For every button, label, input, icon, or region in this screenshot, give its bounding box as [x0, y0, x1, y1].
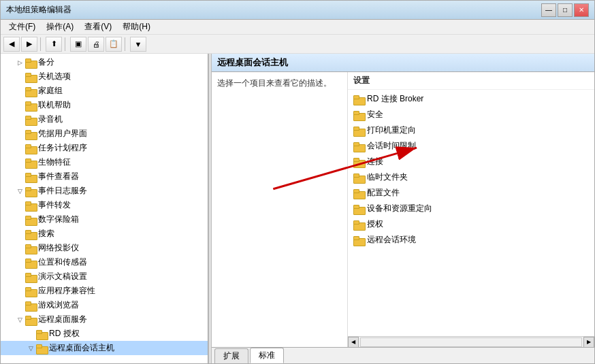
horizontal-scrollbar[interactable]: ◀ ▶ — [348, 336, 594, 347]
tree-item-rdservices[interactable]: ▽ 远程桌面服务 — [1, 312, 208, 327]
folder-icon-configfile — [353, 188, 364, 198]
settings-label-tempfolder: 临时文件夹 — [367, 171, 408, 183]
tree-label-eventviewer: 事件查看器 — [38, 171, 79, 182]
expander-backup[interactable]: ▷ — [14, 57, 25, 68]
folder-icon-onlinehelp — [25, 101, 36, 110]
settings-item-connection[interactable]: 连接 — [348, 154, 594, 169]
print-button[interactable]: 🖨 — [88, 37, 104, 52]
scroll-left-button[interactable]: ◀ — [348, 337, 359, 348]
minimize-button[interactable]: — — [541, 3, 556, 17]
right-panel: 远程桌面会话主机 选择一个项目来查看它的描述。 设置 RD 连接 Broker — [212, 54, 594, 363]
tree-item-eventlogsvc[interactable]: ▽ 事件日志服务 — [1, 184, 208, 198]
expander-credentials — [14, 129, 25, 139]
tree-item-digitalsafe[interactable]: 数字保险箱 — [1, 212, 208, 227]
tree-label-rdservices: 远程桌面服务 — [38, 314, 87, 325]
settings-item-sessionlimit[interactable]: 会话时间限制 — [348, 138, 594, 154]
folder-icon-licensing — [353, 220, 364, 229]
folder-icon-rdbroker — [353, 95, 364, 104]
tree-item-locationsensors[interactable]: 位置和传感器 — [1, 255, 208, 269]
tab-extended[interactable]: 扩展 — [214, 348, 248, 363]
settings-label-deviceredir: 设备和资源重定向 — [367, 203, 432, 214]
folder-icon-gamebrowser — [25, 301, 36, 310]
tree-item-presentation[interactable]: 演示文稿设置 — [1, 269, 208, 284]
title-bar-buttons: — □ ✕ — [541, 3, 589, 17]
settings-item-rdbroker[interactable]: RD 连接 Broker — [348, 91, 594, 107]
menu-file[interactable]: 文件(F) — [3, 20, 41, 34]
toolbar: ◀ ▶ ⬆ ▣ 🖨 📋 ▼ — [1, 35, 594, 54]
tree-label-eventtransfer: 事件转发 — [38, 199, 71, 211]
tree-item-appcompat[interactable]: 应用程序兼容性 — [1, 284, 208, 298]
tree-item-biometrics[interactable]: 生物特征 — [1, 155, 208, 169]
expander-eventlogsvc[interactable]: ▽ — [14, 186, 25, 197]
tree-label-recorder: 录音机 — [38, 114, 63, 125]
scrollbar-track[interactable] — [360, 337, 582, 347]
folder-icon-biometrics — [25, 158, 36, 167]
tree-item-backup[interactable]: ▷ 备分 — [1, 55, 208, 69]
folder-icon-homegroup — [25, 86, 36, 96]
expander-rdservices[interactable]: ▽ — [14, 314, 25, 325]
forward-button[interactable]: ▶ — [21, 37, 37, 52]
settings-label-sessionlimit: 会话时间限制 — [367, 140, 416, 152]
tree-label-onlinehelp: 联机帮助 — [38, 99, 71, 111]
expander-homegroup — [14, 86, 25, 97]
tree-item-gamebrowser[interactable]: 游戏浏览器 — [1, 298, 208, 312]
folder-icon-sessionlimit — [353, 142, 364, 151]
expander-presentation — [14, 271, 25, 282]
menu-action[interactable]: 操作(A) — [41, 20, 79, 34]
filter-button[interactable]: ▼ — [130, 37, 146, 52]
settings-item-deviceredir[interactable]: 设备和资源重定向 — [348, 201, 594, 216]
folder-icon-deviceredir — [353, 204, 364, 214]
toolbar-sep-3 — [125, 37, 127, 51]
expander-rdsessionhost[interactable]: ▽ — [25, 343, 36, 354]
expander-eventtransfer — [14, 200, 25, 211]
menu-help[interactable]: 帮助(H) — [117, 20, 156, 34]
tree-item-rdsessionhost[interactable]: ▽ 远程桌面会话主机 — [1, 341, 208, 355]
tree-item-networkprojector[interactable]: 网络投影仪 — [1, 241, 208, 255]
folder-icon-eventlogsvc — [25, 186, 36, 196]
tree-item-rdauth[interactable]: RD 授权 — [1, 327, 208, 341]
tree-label-gamebrowser: 游戏浏览器 — [38, 299, 79, 311]
expander-biometrics — [14, 157, 25, 168]
folder-icon-credentials — [25, 129, 36, 139]
scroll-right-button[interactable]: ▶ — [583, 337, 594, 348]
folder-icon-search — [25, 229, 36, 239]
menu-view[interactable]: 查看(V) — [79, 20, 117, 34]
expander-search — [14, 229, 25, 239]
settings-label-configfile: 配置文件 — [367, 187, 400, 199]
folder-icon-locationsensors — [25, 258, 36, 267]
tree-label-networkprojector: 网络投影仪 — [38, 242, 79, 254]
tab-standard[interactable]: 标准 — [250, 348, 284, 363]
tree-item-onlinehelp[interactable]: 联机帮助 — [1, 98, 208, 112]
back-button[interactable]: ◀ — [3, 37, 20, 52]
settings-item-printerredir[interactable]: 打印机重定向 — [348, 122, 594, 138]
settings-item-tempfolder[interactable]: 临时文件夹 — [348, 169, 594, 185]
settings-item-configfile[interactable]: 配置文件 — [348, 185, 594, 201]
tree-item-recorder[interactable]: 录音机 — [1, 112, 208, 127]
folder-icon-eventviewer — [25, 172, 36, 182]
description-area: 选择一个项目来查看它的描述。 — [212, 72, 348, 347]
close-button[interactable]: ✕ — [574, 3, 589, 17]
folder-icon-eventtransfer — [25, 201, 36, 210]
show-hide-button[interactable]: ▣ — [70, 37, 86, 52]
up-button[interactable]: ⬆ — [46, 37, 62, 52]
maximize-button[interactable]: □ — [558, 3, 573, 17]
folder-icon-shutdown — [25, 72, 36, 82]
tree-item-eventtransfer[interactable]: 事件转发 — [1, 198, 208, 212]
folder-icon-presentation — [25, 272, 36, 282]
settings-item-security[interactable]: 安全 — [348, 107, 594, 122]
tree-item-taskscheduler[interactable]: 任务计划程序 — [1, 141, 208, 155]
tree-container[interactable]: ▷ 备分 关机选项 家庭组 联机帮助 — [1, 54, 208, 363]
export-button[interactable]: 📋 — [106, 37, 122, 52]
toolbar-sep-1 — [40, 37, 43, 51]
tree-item-credentials[interactable]: 凭据用户界面 — [1, 127, 208, 141]
folder-icon-backup — [25, 58, 36, 67]
settings-list[interactable]: RD 连接 Broker 安全 打印机重定向 会话时间限制 — [348, 90, 594, 336]
tree-item-homegroup[interactable]: 家庭组 — [1, 84, 208, 98]
tree-item-shutdown[interactable]: 关机选项 — [1, 69, 208, 84]
tree-item-eventviewer[interactable]: 事件查看器 — [1, 169, 208, 184]
settings-item-remotesession[interactable]: 远程会话环境 — [348, 232, 594, 248]
settings-label-licensing: 授权 — [367, 218, 383, 230]
settings-item-licensing[interactable]: 授权 — [348, 216, 594, 232]
expander-shutdown — [14, 71, 25, 82]
tree-item-search[interactable]: 搜索 — [1, 227, 208, 241]
